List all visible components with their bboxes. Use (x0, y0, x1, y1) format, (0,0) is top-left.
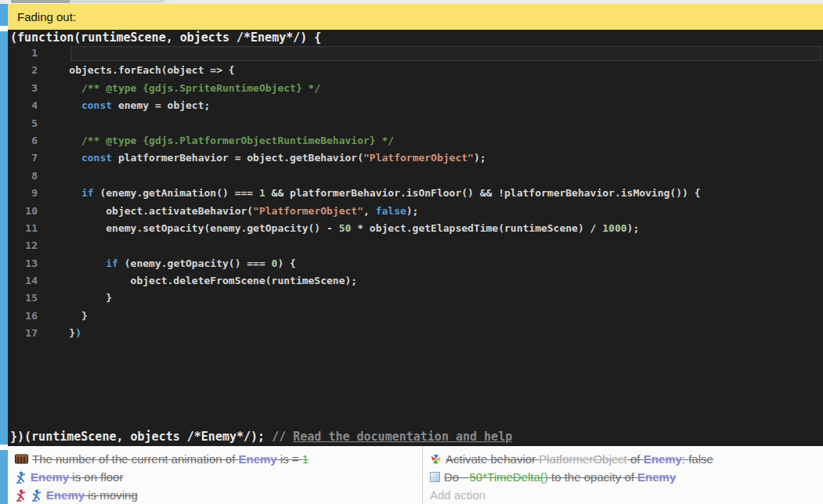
conditions-column[interactable]: The number of the current animation of E… (8, 446, 422, 504)
code-line[interactable]: 2 objects.forEach(object => { (8, 62, 823, 79)
code-line[interactable]: 10 object.activateBehavior("PlatformerOb… (8, 203, 823, 220)
code-text: object.activateBehavior("PlatformerObjec… (45, 203, 418, 220)
code-text: const platformerBehavior = object.getBeh… (45, 149, 486, 167)
line-number: 11 (8, 220, 45, 237)
event-indent-strip (0, 450, 8, 504)
gdevelop-js-code-event: Fading out: (function(runtimeScene, obje… (0, 0, 823, 504)
platformer-icon (31, 489, 42, 502)
condition-row[interactable]: Enemy is moving (8, 486, 422, 504)
code-line[interactable]: 5 (8, 115, 823, 132)
line-number: 16 (8, 308, 45, 325)
line-number: 17 (8, 325, 45, 342)
documentation-link[interactable]: Read the documentation and help (293, 430, 512, 444)
code-text: /** @type {gdjs.SpriteRuntimeObject} */ (45, 80, 320, 97)
code-lines[interactable]: 12 objects.forEach(object => {3 /** @typ… (8, 45, 823, 343)
action-row[interactable]: Activate behavior PlatformerObject of En… (423, 450, 823, 468)
code-line[interactable]: 1 (8, 45, 823, 62)
action-text: Activate behavior PlatformerObject of En… (446, 452, 713, 466)
line-number: 10 (8, 203, 45, 220)
platformer-icon (15, 471, 27, 484)
code-line[interactable]: 16 } (8, 308, 823, 325)
code-line[interactable]: 7 const platformerBehavior = object.getB… (8, 149, 823, 167)
code-line[interactable]: 11 enemy.setOpacity(enemy.getOpacity() -… (8, 220, 823, 237)
function-wrapper-close-line: })(runtimeScene, objects /*Enemy*/); // … (10, 430, 512, 444)
code-line[interactable]: 4 const enemy = object; (8, 97, 823, 114)
line-number: 6 (8, 132, 45, 149)
condition-row[interactable]: Enemy is on floor (8, 468, 422, 486)
action-row[interactable]: Add action (423, 486, 823, 504)
condition-row[interactable]: The number of the current animation of E… (8, 450, 422, 468)
wrapper-close-code: })(runtimeScene, objects /*Enemy*/); (10, 430, 272, 444)
code-text: if (enemy.getAnimation() === 1 && platfo… (45, 185, 700, 202)
code-line[interactable]: 12 (8, 237, 823, 254)
code-text: } (45, 290, 112, 307)
code-text: }) (45, 325, 81, 342)
code-line[interactable]: 13 if (enemy.getOpacity() === 0) { (8, 255, 823, 272)
top-scrollbar-fragment (11, 0, 70, 3)
event-sheet-row: The number of the current animation of E… (8, 446, 823, 504)
function-wrapper-open-line: (function(runtimeScene, objects /*Enemy*… (10, 31, 321, 45)
code-text: const enemy = object; (45, 97, 210, 114)
condition-text: Enemy is on floor (31, 470, 123, 484)
actions-column[interactable]: Activate behavior PlatformerObject of En… (423, 446, 823, 504)
code-text: object.deleteFromScene(runtimeScene); (45, 272, 357, 290)
line-number: 12 (8, 237, 45, 254)
code-text: } (45, 308, 88, 325)
code-text: enemy.setOpacity(enemy.getOpacity() - 50… (45, 220, 639, 237)
line-number: 7 (8, 149, 45, 167)
action-text: Add action (430, 488, 485, 502)
line-number: 3 (8, 80, 45, 97)
behavior-icon (430, 453, 442, 465)
comment-slashes: // (272, 430, 293, 444)
code-line[interactable]: 3 /** @type {gdjs.SpriteRuntimeObject} *… (8, 80, 823, 97)
line-number: 2 (8, 62, 45, 79)
code-line[interactable]: 9 if (enemy.getAnimation() === 1 && plat… (8, 185, 823, 202)
line-number: 9 (8, 185, 45, 202)
line-number: 14 (8, 272, 45, 290)
code-text: /** @type {gdjs.PlatformerObjectRuntimeB… (45, 132, 394, 149)
line-number: 13 (8, 255, 45, 272)
code-line[interactable]: 8 (8, 167, 823, 185)
event-comment-bar[interactable]: Fading out: (8, 4, 823, 30)
animation-icon (15, 454, 28, 464)
event-indent-strip (0, 31, 8, 445)
condition-text: The number of the current animation of E… (32, 452, 309, 466)
condition-text: Enemy is moving (46, 488, 138, 502)
code-line[interactable]: 15 } (8, 290, 823, 307)
event-comment-text: Fading out: (17, 10, 76, 23)
code-line[interactable]: 6 /** @type {gdjs.PlatformerObjectRuntim… (8, 132, 823, 149)
code-editor[interactable]: (function(runtimeScene, objects /*Enemy*… (8, 30, 823, 446)
invert-icon (15, 489, 27, 502)
action-row[interactable]: Do - 50*TimeDelta() to the opacity of En… (423, 468, 823, 486)
code-text: objects.forEach(object => { (45, 62, 235, 79)
code-line[interactable]: 17 }) (8, 325, 823, 342)
code-line[interactable]: 14 object.deleteFromScene(runtimeScene); (8, 272, 823, 290)
line-number: 5 (8, 115, 45, 132)
line-number: 8 (8, 167, 45, 185)
line-number: 4 (8, 97, 45, 114)
top-scrollbar-track (70, 0, 164, 3)
line-number: 15 (8, 290, 45, 307)
code-text: if (enemy.getOpacity() === 0) { (45, 255, 296, 272)
action-text: Do - 50*TimeDelta() to the opacity of En… (444, 470, 676, 484)
line-number: 1 (8, 45, 45, 62)
event-indent-strip (0, 4, 8, 26)
opacity-icon (430, 472, 440, 482)
